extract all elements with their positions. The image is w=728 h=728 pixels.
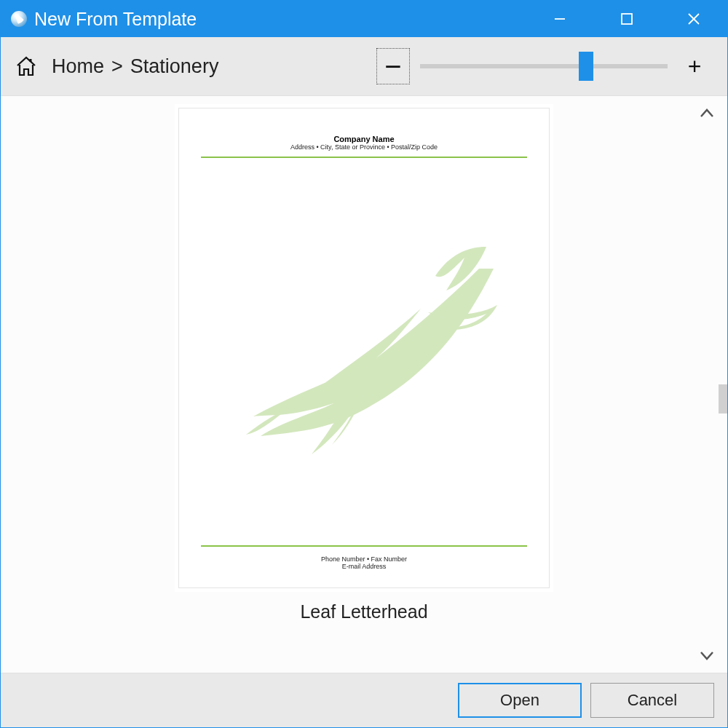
plus-icon: +	[688, 53, 702, 80]
close-icon	[687, 12, 700, 25]
preview-footer-line2: E-mail Address	[201, 563, 527, 570]
minimize-icon	[553, 12, 566, 25]
minimize-button[interactable]	[526, 1, 593, 37]
template-preview: Company Name Address • City, State or Pr…	[178, 108, 550, 588]
toolbar: Home > Stationery − +	[1, 37, 727, 95]
breadcrumb-current[interactable]: Stationery	[130, 55, 219, 78]
template-item[interactable]: Company Name Address • City, State or Pr…	[178, 108, 550, 622]
dialog-window: New From Template Home > Stationery	[0, 0, 728, 728]
preview-header: Company Name Address • City, State or Pr…	[201, 135, 527, 151]
scroll-down-button[interactable]	[697, 645, 717, 665]
cancel-button-label: Cancel	[628, 691, 677, 710]
window-title: New From Template	[34, 9, 526, 30]
home-icon	[15, 55, 38, 78]
leaf-artwork-icon	[246, 247, 508, 465]
template-caption: Leaf Letterhead	[300, 601, 427, 622]
template-gallery: Company Name Address • City, State or Pr…	[1, 95, 727, 673]
scrollbar-hint	[719, 384, 727, 414]
zoom-controls: − +	[376, 48, 711, 84]
preview-footer-line1: Phone Number • Fax Number	[201, 555, 527, 563]
zoom-slider-thumb[interactable]	[579, 52, 593, 81]
chevron-down-icon	[699, 647, 715, 663]
zoom-in-button[interactable]: +	[678, 48, 711, 84]
preview-footer: Phone Number • Fax Number E-mail Address	[201, 555, 527, 570]
breadcrumb-home[interactable]: Home	[52, 55, 104, 78]
preview-company: Company Name	[201, 135, 527, 143]
open-button-label: Open	[500, 691, 539, 710]
svg-rect-0	[622, 14, 632, 24]
cancel-button[interactable]: Cancel	[590, 683, 714, 718]
chevron-up-icon	[699, 106, 715, 122]
scroll-up-button[interactable]	[697, 103, 717, 124]
breadcrumb-separator: >	[111, 55, 123, 78]
zoom-slider-track	[420, 64, 668, 68]
open-button[interactable]: Open	[458, 683, 582, 718]
breadcrumb: Home > Stationery	[52, 55, 218, 78]
zoom-slider[interactable]	[420, 56, 668, 76]
preview-bottom-rule	[201, 545, 527, 547]
app-icon	[11, 11, 27, 27]
titlebar: New From Template	[1, 1, 727, 37]
close-button[interactable]	[660, 1, 727, 37]
home-button[interactable]	[14, 54, 39, 79]
preview-address: Address • City, State or Province • Post…	[201, 143, 527, 151]
window-controls	[526, 1, 727, 37]
zoom-out-button[interactable]: −	[376, 48, 410, 84]
maximize-icon	[620, 12, 633, 25]
maximize-button[interactable]	[593, 1, 660, 37]
preview-top-rule	[201, 157, 527, 158]
dialog-footer: Open Cancel	[1, 673, 727, 727]
